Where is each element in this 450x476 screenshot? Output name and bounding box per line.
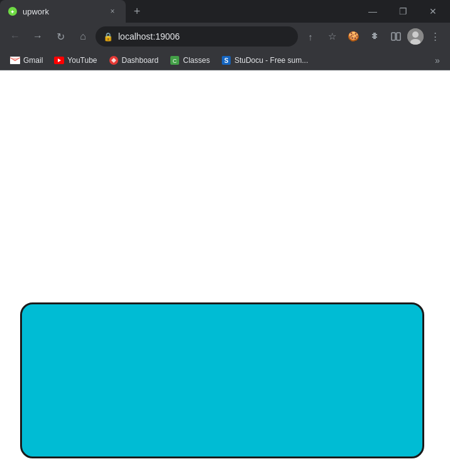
svg-text:C: C xyxy=(173,58,177,64)
chrome-menu-button[interactable]: ⋮ xyxy=(425,26,445,47)
extensions-button[interactable] xyxy=(365,26,385,47)
tab-title: upwork xyxy=(23,7,102,16)
back-button[interactable]: ← xyxy=(5,26,25,47)
bookmarks-more-button[interactable]: » xyxy=(430,53,445,68)
tab-close-button[interactable]: × xyxy=(107,6,118,17)
minimize-button[interactable]: — xyxy=(358,0,387,23)
studocu-favicon-icon: S xyxy=(221,55,231,65)
bookmark-studocu[interactable]: S StuDocu - Free sum... xyxy=(216,53,313,68)
cookie-extension-button[interactable]: 🍪 xyxy=(343,26,363,47)
cyan-rectangle xyxy=(20,302,424,458)
bookmarks-bar: Gmail YouTube Dashboard C Classes xyxy=(0,50,450,70)
home-button[interactable]: ⌂ xyxy=(73,26,93,47)
nav-actions: ↑ ☆ 🍪 ⋮ xyxy=(300,26,445,47)
close-button[interactable]: ✕ xyxy=(419,0,447,23)
bookmark-button[interactable]: ☆ xyxy=(322,26,342,47)
classes-favicon-icon: C xyxy=(170,55,180,65)
gmail-bookmark-label: Gmail xyxy=(23,56,43,65)
window-controls: — ❐ ✕ xyxy=(358,0,450,23)
page-content xyxy=(0,70,450,476)
navigation-bar: ← → ↻ ⌂ 🔒 localhost:19006 ↑ ☆ 🍪 ⋮ xyxy=(0,23,450,50)
svg-text:S: S xyxy=(224,57,229,64)
dashboard-bookmark-label: Dashboard xyxy=(122,56,159,65)
profile-avatar[interactable] xyxy=(407,28,424,45)
address-text: localhost:19006 xyxy=(118,31,290,42)
youtube-bookmark-label: YouTube xyxy=(67,56,97,65)
bookmark-classes[interactable]: C Classes xyxy=(165,53,215,68)
bookmark-youtube[interactable]: YouTube xyxy=(49,53,102,68)
dashboard-favicon-icon xyxy=(109,55,119,65)
classes-bookmark-label: Classes xyxy=(183,56,210,65)
active-tab[interactable]: ✦ upwork × xyxy=(0,0,126,23)
title-bar-left: ✦ upwork × + xyxy=(0,0,358,23)
address-bar[interactable]: 🔒 localhost:19006 xyxy=(96,26,298,47)
reload-button[interactable]: ↻ xyxy=(50,26,70,47)
title-bar: ✦ upwork × + — ❐ ✕ xyxy=(0,0,450,23)
svg-point-5 xyxy=(412,31,419,38)
tab-favicon: ✦ xyxy=(8,6,18,16)
split-screen-button[interactable] xyxy=(386,26,406,47)
new-tab-button[interactable]: + xyxy=(128,3,146,20)
svg-text:✦: ✦ xyxy=(10,9,15,15)
share-button[interactable]: ↑ xyxy=(300,26,321,47)
lock-icon: 🔒 xyxy=(103,32,113,42)
gmail-favicon-icon xyxy=(10,55,20,65)
studocu-bookmark-label: StuDocu - Free sum... xyxy=(234,56,308,65)
bookmark-gmail[interactable]: Gmail xyxy=(5,53,48,68)
forward-button[interactable]: → xyxy=(28,26,48,47)
youtube-favicon-icon xyxy=(54,55,64,65)
svg-rect-3 xyxy=(397,33,400,40)
maximize-button[interactable]: ❐ xyxy=(388,0,417,23)
svg-rect-2 xyxy=(392,33,395,40)
bookmark-dashboard[interactable]: Dashboard xyxy=(104,53,164,68)
